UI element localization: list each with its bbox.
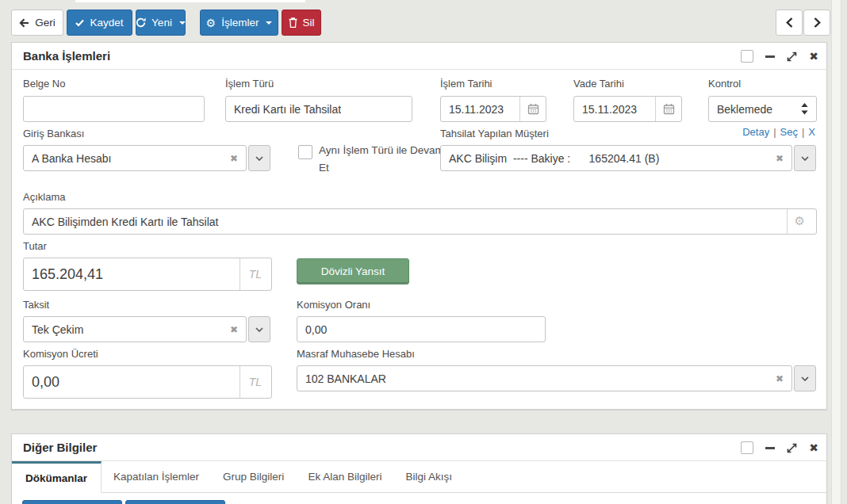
- back-button-label: Geri: [35, 17, 56, 29]
- save-button[interactable]: Kaydet: [67, 10, 132, 36]
- komisyon-ucreti-label: Komisyon Ücreti: [23, 348, 98, 360]
- panel-header: Diğer Bilgiler ✖: [12, 434, 826, 461]
- musteri-value: AKC Bilişim ---- Bakiye : 165204.41 (B): [449, 152, 659, 165]
- masraf-hesabi-select[interactable]: 102 BANKALAR ✖: [297, 365, 816, 391]
- komisyon-orani-label: Komisyon Oranı: [297, 299, 370, 311]
- devam-et-checkbox[interactable]: [298, 145, 312, 159]
- giris-bankasi-label: Giriş Bankası: [23, 128, 84, 139]
- caret-down-icon: [266, 21, 272, 25]
- musteri-label: Tahsilat Yapılan Müşteri: [440, 128, 549, 139]
- taksit-label: Taksit: [23, 299, 49, 311]
- devam-et-checkbox-label: Aynı İşlem Türü ile Devam Et: [319, 142, 446, 177]
- check-icon: [75, 19, 84, 27]
- islem-turu-label: İşlem Türü: [225, 78, 274, 90]
- dropdown-button[interactable]: [794, 365, 816, 391]
- vade-tarihi-label: Vade Tarihi: [573, 78, 624, 90]
- kontrol-select[interactable]: Beklemede: [708, 96, 817, 122]
- calendar-icon[interactable]: [655, 97, 675, 121]
- gear-icon[interactable]: ⚙: [787, 209, 810, 234]
- belge-no-input[interactable]: [23, 96, 205, 122]
- new-button-label: Yeni: [151, 17, 172, 29]
- top-tab-strip: [75, 0, 305, 2]
- close-icon[interactable]: ✖: [809, 51, 818, 62]
- expand-icon[interactable]: [787, 52, 797, 62]
- islem-tarihi-label: İşlem Tarihi: [440, 78, 492, 90]
- tab-ek-alan-bilgileri[interactable]: Ek Alan Bilgileri: [296, 461, 393, 492]
- komisyon-orani-input[interactable]: 0,00: [297, 316, 546, 342]
- musteri-select[interactable]: AKC Bilişim ---- Bakiye : 165204.41 (B) …: [440, 145, 816, 171]
- dropdown-button[interactable]: [248, 145, 270, 171]
- currency-suffix: TL: [240, 366, 265, 398]
- new-button[interactable]: Yeni: [136, 10, 186, 36]
- dovizli-yansit-button[interactable]: Dövizli Yansıt: [297, 258, 409, 284]
- collapse-icon[interactable]: [765, 55, 775, 58]
- next-record-button[interactable]: [803, 10, 830, 36]
- tab-bilgi-akisi[interactable]: Bilgi Akışı: [393, 461, 464, 492]
- kontrol-label: Kontrol: [708, 78, 741, 90]
- chevron-left-icon: [786, 17, 793, 28]
- aciklama-value: AKC Bilişimden Kredi Kartı ile Tahsilat: [32, 216, 219, 228]
- link-separator: |: [773, 126, 776, 138]
- expand-icon[interactable]: [787, 443, 797, 453]
- dovizli-yansit-label: Dövizli Yansıt: [321, 265, 385, 277]
- islem-turu-input[interactable]: Kredi Kartı ile Tahsilat: [225, 96, 412, 122]
- masraf-hesabi-label: Masraf Muhasebe Hesabı: [297, 348, 415, 360]
- komisyon-orani-value: 0,00: [305, 323, 327, 336]
- aciklama-label: Açıklama: [23, 191, 65, 203]
- dropdown-button[interactable]: [794, 145, 816, 171]
- back-button[interactable]: Geri: [11, 10, 63, 36]
- operations-button[interactable]: ⚙ İşlemler: [200, 10, 278, 36]
- chevron-right-icon: [814, 17, 821, 28]
- delete-button-label: Sil: [303, 17, 315, 29]
- panel-select-checkbox[interactable]: [741, 50, 753, 63]
- masraf-hesabi-value: 102 BANKALAR: [305, 372, 386, 385]
- scrollbar-track[interactable]: [831, 0, 841, 504]
- link-separator: |: [802, 126, 804, 138]
- tab-dokumanlar[interactable]: Dökümanlar: [12, 461, 102, 493]
- aciklama-input[interactable]: AKC Bilişimden Kredi Kartı ile Tahsilat …: [23, 208, 817, 235]
- giris-bankasi-value: A Banka Hesabı: [32, 152, 111, 165]
- app-window: Geri Kaydet Yeni ⚙ İşlemler Sil: [0, 0, 847, 504]
- bank-transactions-panel: Banka İşlemleri ✖ Belge No İşlem Türü Kr…: [11, 42, 827, 410]
- clear-icon[interactable]: ✖: [225, 153, 238, 164]
- taksit-box[interactable]: Tek Çekim ✖: [23, 316, 247, 342]
- islem-tarihi-input[interactable]: 15.11.2023: [440, 96, 546, 122]
- komisyon-ucreti-input[interactable]: 0,00 TL: [23, 365, 272, 399]
- calendar-icon[interactable]: [519, 97, 539, 121]
- gear-icon: ⚙: [206, 17, 217, 29]
- sec-link[interactable]: Seç: [780, 126, 798, 138]
- save-button-label: Kaydet: [90, 17, 123, 29]
- currency-suffix: TL: [240, 258, 265, 290]
- vade-tarihi-input[interactable]: 15.11.2023: [573, 96, 682, 122]
- tab-kapatilan-islemler[interactable]: Kapatılan İşlemler: [102, 461, 211, 492]
- clear-icon[interactable]: ✖: [771, 153, 784, 164]
- remove-link[interactable]: X: [808, 126, 815, 138]
- clear-icon[interactable]: ✖: [771, 373, 784, 384]
- collapse-icon[interactable]: [765, 447, 775, 449]
- operations-button-label: İşlemler: [221, 17, 259, 29]
- kontrol-value: Beklemede: [717, 103, 772, 116]
- delete-button[interactable]: Sil: [282, 10, 321, 36]
- tutar-input[interactable]: 165.204,41 TL: [23, 258, 272, 291]
- detay-link[interactable]: Detay: [742, 126, 769, 138]
- previous-record-button[interactable]: [776, 10, 803, 36]
- giris-bankasi-select[interactable]: A Banka Hesabı ✖: [23, 145, 270, 171]
- partial-button-2[interactable]: [125, 500, 225, 504]
- tab-grup-bilgileri[interactable]: Grup Bilgileri: [211, 461, 296, 492]
- masraf-hesabi-box[interactable]: 102 BANKALAR ✖: [297, 365, 792, 391]
- dropdown-button[interactable]: [248, 316, 270, 342]
- refresh-icon: [136, 17, 146, 28]
- clear-icon[interactable]: ✖: [225, 324, 238, 335]
- partial-button-1[interactable]: [22, 500, 122, 504]
- panel-title: Diğer Bilgiler: [23, 441, 97, 454]
- musteri-links: Detay | Seç | X: [742, 126, 815, 138]
- other-info-panel: Diğer Bilgiler ✖ Dökümanlar Kapatılan İş…: [11, 433, 827, 504]
- tutar-label: Tutar: [23, 240, 47, 252]
- close-icon[interactable]: ✖: [809, 442, 818, 453]
- taksit-select[interactable]: Tek Çekim ✖: [23, 316, 270, 342]
- arrow-left-icon: [19, 18, 29, 28]
- panel-select-checkbox[interactable]: [741, 441, 753, 454]
- belge-no-label: Belge No: [23, 78, 65, 90]
- musteri-box[interactable]: AKC Bilişim ---- Bakiye : 165204.41 (B) …: [440, 145, 792, 171]
- giris-bankasi-box[interactable]: A Banka Hesabı ✖: [23, 145, 247, 171]
